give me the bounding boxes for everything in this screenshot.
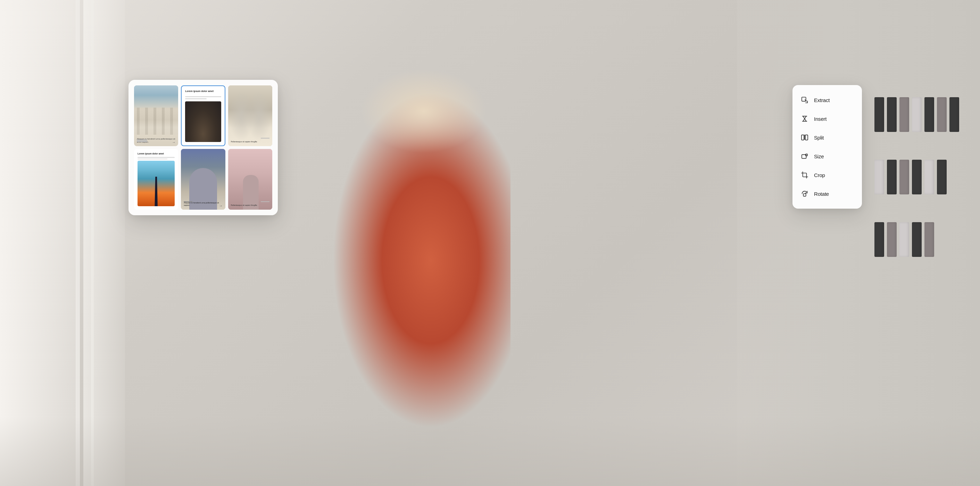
- shelf-decoration: [875, 97, 959, 257]
- shelf-row-2: [875, 160, 959, 194]
- svg-rect-0: [802, 97, 806, 102]
- shelf-row-3: [875, 222, 959, 257]
- panel-cell-title-2: Lorem ipsum dolor amet: [185, 90, 221, 93]
- panel-cell-architecture-columns: Aliquam in hendrerit urna pellentesque s…: [134, 86, 178, 146]
- menu-item-rotate[interactable]: Rotate: [792, 184, 862, 203]
- binder: [887, 160, 897, 194]
- binder: [875, 97, 884, 132]
- binder: [875, 222, 884, 257]
- crop-icon: [800, 170, 809, 179]
- panel-line: [137, 159, 167, 160]
- split-icon: [800, 133, 809, 142]
- binder: [912, 160, 922, 194]
- split-label: Split: [814, 135, 824, 141]
- panel-cell-title-4: Lorem ipsum dolor amet: [137, 152, 175, 155]
- binder: [899, 97, 909, 132]
- svg-rect-1: [802, 135, 804, 140]
- binder: [924, 222, 934, 257]
- menu-item-insert[interactable]: Insert: [792, 110, 862, 128]
- panel-cell-lighthouse: Lorem ipsum dolor amet: [134, 149, 178, 210]
- panel-cell-curved-building: Aliquam in hendrerit urna pellentesque s…: [181, 149, 225, 210]
- binder: [950, 97, 959, 132]
- panel-cell-pink-tower: Pellentesque sit sapien fringilla: [228, 149, 272, 210]
- binder: [887, 97, 897, 132]
- panel-cell-text-dark: Lorem ipsum dolor amet: [181, 86, 225, 146]
- panel-arrow-5: →: [219, 204, 223, 208]
- panel-image-columns: [134, 86, 178, 135]
- panel-line: [185, 96, 221, 97]
- binder: [899, 160, 909, 194]
- floor: [0, 416, 980, 486]
- binder: [912, 222, 922, 257]
- panel-line-short: [185, 98, 207, 99]
- panel-text-lines-4: [137, 157, 175, 159]
- menu-item-extract[interactable]: Extract: [792, 91, 862, 110]
- size-icon: [800, 152, 809, 161]
- binder: [924, 97, 934, 132]
- binder: [875, 160, 884, 194]
- crop-label: Crop: [814, 172, 825, 178]
- shelf-row-1: [875, 97, 959, 132]
- panel-line-3: [261, 138, 269, 138]
- binder: [924, 160, 934, 194]
- panel-text-6: Pellentesque sit sapien fringilla: [231, 204, 257, 207]
- extract-icon: [800, 95, 809, 105]
- binder: [887, 222, 897, 257]
- rotate-icon: [800, 189, 809, 198]
- window-frame-2: [73, 0, 94, 486]
- insert-icon: [800, 114, 809, 123]
- svg-rect-5: [806, 154, 808, 156]
- panel-lines-1: [137, 140, 147, 141]
- panel-cell-gothic: Pellentesque sit sapien fringilla: [228, 86, 272, 146]
- panel-line: [137, 157, 175, 158]
- panel-text-3: Pellentesque sit sapien fringilla: [231, 141, 257, 143]
- binder: [937, 97, 947, 132]
- svg-rect-2: [805, 135, 808, 140]
- panel-image-dark-arch: [185, 102, 221, 142]
- window-frame: [18, 0, 80, 486]
- binder: [912, 97, 922, 132]
- extract-label: Extract: [814, 97, 830, 103]
- svg-rect-6: [803, 194, 806, 196]
- insert-label: Insert: [814, 116, 827, 122]
- rotate-label: Rotate: [814, 191, 829, 197]
- menu-item-split[interactable]: Split: [792, 128, 862, 147]
- panel-line-6: [261, 201, 269, 202]
- binder: [899, 222, 909, 257]
- panel-text-lines-2: [185, 96, 221, 99]
- menu-item-size[interactable]: Size: [792, 147, 862, 165]
- menu-item-crop[interactable]: Crop: [792, 165, 862, 184]
- size-label: Size: [814, 153, 824, 159]
- panel-image-lighthouse: [137, 161, 175, 206]
- floating-ui-panel: Aliquam in hendrerit urna pellentesque s…: [129, 80, 278, 215]
- context-menu-panel: Extract Insert Split: [792, 85, 862, 209]
- binder: [937, 160, 947, 194]
- panel-arrow-1: →: [172, 140, 175, 144]
